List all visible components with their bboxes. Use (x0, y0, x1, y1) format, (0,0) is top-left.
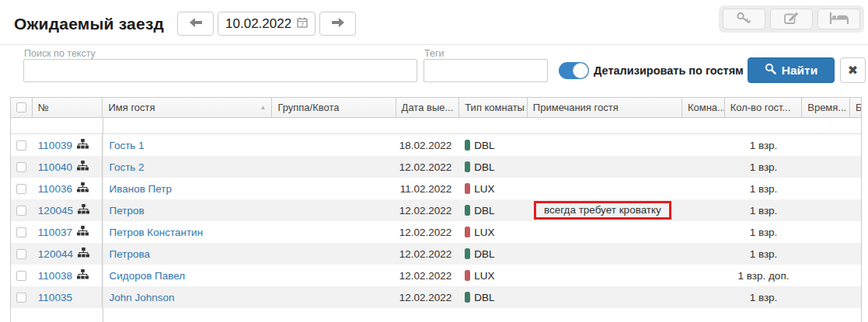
row-checkbox[interactable] (16, 227, 26, 237)
column-header-room-type[interactable]: Тип комнаты (459, 98, 528, 117)
date-out-cell: 12.02.2022 (396, 221, 460, 243)
column-header-room[interactable]: Комна... (682, 98, 725, 117)
prev-day-button[interactable] (177, 12, 214, 36)
detail-by-guests-label: Детализировать по гостям (594, 64, 744, 77)
bed-button[interactable] (817, 9, 860, 29)
booking-number-cell: 110035 (33, 286, 103, 308)
row-checkbox[interactable] (16, 140, 26, 151)
guest-name-link[interactable]: Петрова (109, 248, 150, 260)
table-filter-row[interactable] (11, 118, 861, 134)
column-header-b[interactable]: Б (850, 98, 861, 117)
guest-notes-cell (528, 178, 682, 199)
booking-number-link[interactable]: 110038 (38, 270, 72, 282)
row-checkbox-cell (11, 286, 33, 308)
column-header-time[interactable]: Время... (802, 98, 850, 117)
table-row[interactable]: 110035John Johnson12.02.2022DBL1 взр. (11, 286, 861, 308)
edit-button[interactable] (770, 9, 813, 29)
sitemap-icon[interactable] (77, 182, 89, 195)
svg-text:7: 7 (301, 21, 304, 27)
table-row[interactable]: 120044Петрова12.02.2022DBL1 взр. (11, 243, 861, 265)
booking-number-link[interactable]: 110040 (38, 161, 72, 173)
row-checkbox[interactable] (16, 184, 26, 194)
group-quota-cell (272, 221, 396, 243)
guest-name-cell: Гость 1 (103, 134, 272, 156)
sitemap-icon[interactable] (77, 161, 89, 173)
booking-number-link[interactable]: 120044 (38, 248, 73, 260)
search-label: Поиск по тексту (24, 48, 96, 59)
table-row[interactable]: 110040Гость 212.02.2022DBL1 взр. (11, 156, 861, 178)
sitemap-icon[interactable] (77, 269, 89, 282)
row-checkbox-cell (11, 178, 33, 199)
time-cell (802, 199, 850, 221)
time-cell (802, 134, 850, 156)
top-right-toolbar (719, 5, 864, 33)
header-checkbox-cell (11, 98, 33, 117)
table-row[interactable]: 110038Сидоров Павел12.02.2022LUX1 взр. д… (11, 265, 861, 286)
table-header-row: № Имя гостя ▲ Группа/Квота Дата вые... Т… (11, 98, 861, 118)
guest-name-link[interactable]: Гость 1 (109, 140, 144, 151)
calendar-icon[interactable]: 7 (297, 16, 308, 32)
search-input[interactable] (23, 59, 417, 82)
date-out-cell: 12.02.2022 (396, 286, 460, 308)
detail-by-guests-toggle[interactable] (559, 62, 589, 79)
booking-number-link[interactable]: 110037 (38, 227, 72, 238)
booking-number-link[interactable]: 110035 (38, 292, 72, 303)
guest-name-link[interactable]: Петров (109, 205, 144, 216)
row-checkbox[interactable] (16, 162, 26, 172)
column-header-date-out[interactable]: Дата вые... (396, 98, 460, 117)
next-day-button[interactable] (319, 12, 356, 36)
table-row[interactable]: 110036Иванов Петр11.02.2022LUX1 взр. (11, 178, 861, 199)
guest-name-link[interactable]: Петров Константин (109, 227, 203, 238)
room-type-code: DBL (474, 292, 494, 303)
row-checkbox[interactable] (16, 293, 26, 303)
booking-number-link[interactable]: 120045 (38, 205, 73, 216)
date-input[interactable]: 10.02.2022 7 (218, 12, 315, 36)
sitemap-icon[interactable] (77, 226, 89, 238)
date-out-cell: 12.02.2022 (396, 265, 460, 286)
b-cell (850, 286, 861, 308)
find-button[interactable]: Найти (748, 57, 835, 83)
select-all-checkbox[interactable] (16, 102, 26, 113)
date-out-cell: 12.02.2022 (396, 199, 460, 221)
column-header-guest-name[interactable]: Имя гостя ▲ (103, 98, 272, 117)
room-type-cell: LUX (459, 221, 528, 243)
clear-search-button[interactable]: ✖ (840, 57, 866, 83)
booking-number-link[interactable]: 110036 (38, 183, 72, 195)
column-header-guest-count[interactable]: Кол-во гост... (725, 98, 803, 117)
row-checkbox[interactable] (16, 271, 26, 281)
guest-name-link[interactable]: Гость 2 (109, 161, 144, 173)
sitemap-icon[interactable] (77, 139, 89, 151)
guest-name-link[interactable]: Иванов Петр (109, 183, 172, 195)
row-checkbox-cell (11, 265, 33, 286)
table-row[interactable]: 110037Петров Константин12.02.2022LUX1 вз… (11, 221, 861, 243)
table-row[interactable]: 110039Гость 118.02.2022DBL1 взр. (11, 134, 861, 156)
sitemap-icon[interactable] (78, 248, 89, 260)
table-row[interactable]: 120045Петров12.02.2022DBLвсегда требует … (11, 199, 861, 221)
column-header-number[interactable]: № (33, 98, 103, 117)
sitemap-icon[interactable] (78, 204, 89, 216)
time-cell (802, 265, 850, 286)
room-cell (682, 199, 725, 221)
guest-count-cell: 1 взр. (725, 286, 803, 308)
time-cell (802, 221, 850, 243)
column-header-guest-notes[interactable]: Примечания гостя (528, 98, 682, 117)
room-type-color-pill (465, 140, 470, 151)
date-out-cell: 12.02.2022 (396, 156, 460, 178)
row-checkbox[interactable] (16, 249, 26, 259)
booking-number-link[interactable]: 110039 (38, 140, 72, 151)
guest-name-link[interactable]: Сидоров Павел (109, 270, 185, 282)
booking-number-cell: 110038 (33, 265, 103, 286)
row-checkbox[interactable] (16, 206, 26, 216)
guest-name-link[interactable]: John Johnson (109, 292, 174, 303)
b-cell (850, 199, 861, 221)
date-out-cell: 18.02.2022 (396, 134, 460, 156)
tags-input[interactable] (424, 59, 548, 82)
time-cell (802, 156, 850, 178)
column-header-group-quota[interactable]: Группа/Квота (272, 98, 396, 117)
guest-count-cell: 1 взр. (725, 156, 803, 178)
table-empty-area (11, 308, 861, 322)
booking-number-cell: 110040 (33, 156, 103, 178)
guest-name-cell: Петров Константин (103, 221, 272, 243)
room-type-cell: DBL (459, 199, 528, 221)
key-button[interactable] (723, 9, 765, 29)
